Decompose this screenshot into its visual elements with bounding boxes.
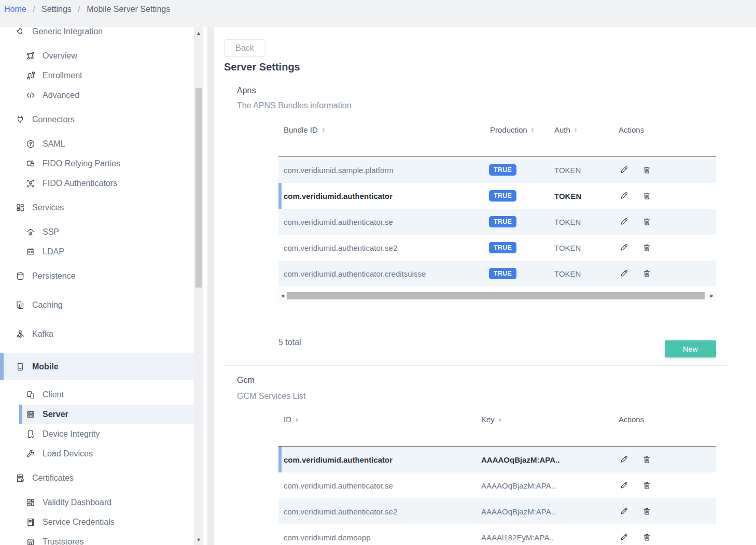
- edit-button[interactable]: [619, 165, 629, 175]
- sidebar-item-ldap[interactable]: LDAP: [0, 242, 194, 262]
- sidebar-item-label: Connectors: [32, 115, 75, 124]
- scroll-left-arrow-icon[interactable]: ◄: [279, 291, 286, 300]
- sidebar-item-fido-authenticators[interactable]: FIDO Authenticators: [0, 174, 194, 193]
- apns-table-row[interactable]: com.veridiumid.authenticator.se2TRUETOKE…: [278, 235, 716, 261]
- delete-button[interactable]: [641, 532, 652, 542]
- delete-button[interactable]: [641, 242, 652, 253]
- id-cell: com.veridiumid.demoapp: [284, 533, 371, 542]
- copy-icon: [16, 300, 25, 310]
- edit-button[interactable]: [619, 454, 629, 465]
- column-header-bundle-id[interactable]: Bundle ID▲▼: [284, 125, 325, 134]
- sidebar-item-label: FIDO Authenticators: [43, 179, 117, 188]
- edit-button[interactable]: [619, 268, 629, 279]
- gcm-table-row[interactable]: com.veridiumid.authenticator.seAAAAOqBja…: [278, 472, 716, 498]
- sidebar-item-persistence[interactable]: Persistence: [0, 266, 194, 286]
- pencil-icon: [619, 536, 629, 543]
- sidebar-item-certificates[interactable]: Certificates: [0, 468, 194, 488]
- column-header-key[interactable]: Key▲▼: [481, 415, 502, 424]
- apns-table-row[interactable]: com.veridiumid.authenticator.seTRUETOKEN: [278, 209, 716, 235]
- keyhole-icon: [26, 139, 35, 149]
- horizontal-scrollbar[interactable]: ◄ ►: [278, 291, 716, 300]
- pencil-icon: [619, 246, 629, 254]
- id-cell: com.veridiumid.authenticator.se: [284, 481, 393, 490]
- trash-icon: [642, 246, 652, 254]
- sidebar-item-saml[interactable]: SAML: [0, 134, 194, 154]
- column-label: Bundle ID: [284, 125, 318, 134]
- bundle-id-cell: com.veridiumid.authenticator.se2: [284, 243, 397, 252]
- sidebar-item-services[interactable]: Services: [0, 198, 194, 218]
- edit-button[interactable]: [619, 506, 629, 517]
- delete-button[interactable]: [641, 217, 652, 227]
- sidebar-item-kafka[interactable]: Kafka: [0, 324, 194, 344]
- apns-table-row[interactable]: com.veridiumid.authenticator.creditsuiss…: [278, 261, 716, 286]
- bundle-id-cell: com.veridiumid.authenticator.se: [284, 218, 393, 226]
- apns-table-row[interactable]: com.veridiumid.authenticatorTRUETOKEN: [278, 183, 716, 209]
- breadcrumb-home-link[interactable]: Home: [4, 5, 26, 13]
- new-button[interactable]: New: [665, 340, 716, 357]
- edit-button[interactable]: [619, 532, 629, 542]
- sidebar-item-caching[interactable]: Caching: [0, 295, 194, 315]
- sidebar-item-label: Caching: [32, 300, 63, 310]
- scroll-up-arrow-icon[interactable]: ▲: [194, 29, 203, 37]
- sidebar-item-generic-integration[interactable]: Generic Integration: [0, 27, 194, 41]
- gcm-table-row[interactable]: com.veridiumid.authenticator.se2AAAAOqBj…: [278, 498, 716, 524]
- column-header-actions: Actions: [619, 125, 644, 134]
- sidebar-item-load-devices[interactable]: Load Devices: [0, 444, 194, 464]
- delete-button[interactable]: [641, 191, 652, 201]
- delete-button[interactable]: [641, 268, 652, 279]
- column-label: Key: [481, 415, 495, 424]
- scroll-right-arrow-icon[interactable]: ►: [709, 291, 715, 300]
- horizontal-scrollbar-thumb[interactable]: [287, 292, 705, 299]
- column-header-production[interactable]: Production▲▼: [490, 125, 535, 134]
- sidebar-scrollbar[interactable]: ▲ ▼: [194, 27, 203, 545]
- trash-icon: [642, 458, 652, 466]
- gcm-table-row[interactable]: com.veridiumid.authenticatorAAAAOqBjazM:…: [278, 447, 716, 472]
- sidebar-item-label: FIDO Relying Parties: [43, 159, 120, 168]
- apns-table-row[interactable]: com.veridiumid.sample.platformTRUETOKEN: [278, 157, 716, 183]
- sidebar-item-mobile[interactable]: Mobile: [0, 353, 194, 380]
- sidebar-item-truststores[interactable]: Truststores: [0, 532, 194, 545]
- wrench-icon: [26, 449, 35, 458]
- certificate-icon: [16, 474, 25, 483]
- sidebar-item-ssp[interactable]: SSP: [0, 222, 194, 242]
- sidebar-item-server[interactable]: Server: [19, 405, 194, 424]
- sidebar-item-service-credentials[interactable]: Service Credentials: [0, 512, 194, 532]
- sidebar-item-connectors[interactable]: Connectors: [0, 110, 194, 130]
- sidebar-item-fido-relying-parties[interactable]: FIDO Relying Parties: [0, 154, 194, 174]
- sidebar-item-overview[interactable]: Overview: [0, 46, 194, 66]
- sidebar-item-client[interactable]: Client: [0, 385, 194, 405]
- delete-button[interactable]: [641, 454, 652, 465]
- column-header-auth[interactable]: Auth▲▼: [554, 125, 578, 134]
- breadcrumb-settings: Settings: [41, 5, 72, 13]
- gcm-section-heading: Gcm: [237, 376, 255, 385]
- gcm-table-row[interactable]: com.veridiumid.demoappAAAAl182EyM:APA..: [278, 524, 716, 545]
- edit-button[interactable]: [619, 217, 629, 227]
- actions-cell: [619, 191, 652, 201]
- sidebar-scrollbar-thumb[interactable]: [195, 88, 202, 288]
- sidebar-item-validity-dashboard[interactable]: Validity Dashboard: [0, 493, 194, 512]
- sidebar-item-device-integrity[interactable]: Device Integrity: [0, 424, 194, 444]
- production-cell: TRUE: [489, 216, 516, 227]
- sidebar-item-label: SAML: [43, 139, 65, 149]
- gcm-section-description: GCM Services List: [237, 392, 305, 401]
- column-header-id[interactable]: ID▲▼: [284, 415, 299, 424]
- edit-button[interactable]: [619, 191, 629, 201]
- delete-button[interactable]: [641, 480, 652, 491]
- back-button[interactable]: Back: [224, 39, 265, 57]
- actions-cell: [619, 242, 652, 253]
- sidebar-item-label: Validity Dashboard: [43, 498, 111, 507]
- apns-total-count: 5 total: [278, 338, 301, 347]
- edit-button[interactable]: [619, 242, 629, 253]
- sidebar-item-enrollment[interactable]: Enrollment: [0, 66, 194, 85]
- actions-cell: [619, 480, 652, 491]
- delete-button[interactable]: [641, 165, 652, 175]
- scroll-down-arrow-icon[interactable]: ▼: [194, 536, 203, 544]
- key-cell: AAAAOqBjazM:APA..: [481, 455, 559, 464]
- column-label: Auth: [554, 125, 570, 134]
- sidebar-item-label: Mobile: [32, 362, 59, 371]
- production-true-badge: TRUE: [489, 242, 516, 253]
- delete-button[interactable]: [641, 506, 652, 517]
- sort-icon: ▲▼: [321, 127, 325, 133]
- edit-button[interactable]: [619, 480, 629, 491]
- sidebar-item-advanced[interactable]: Advanced: [0, 85, 194, 105]
